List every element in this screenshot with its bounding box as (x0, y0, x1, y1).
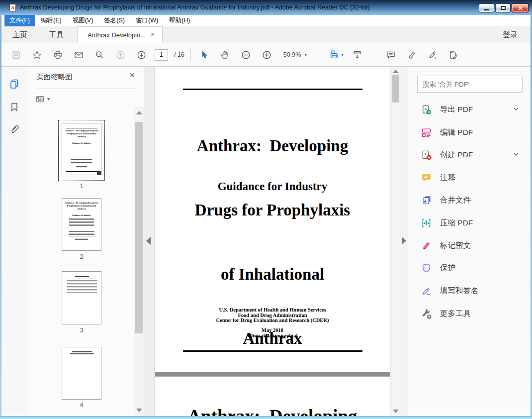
highlight-tool-button[interactable] (404, 47, 419, 63)
tool-label: 填写和签名 (440, 286, 479, 296)
scrolling-mode-icon (352, 50, 362, 60)
bookmarks-rail-button[interactable] (8, 101, 21, 114)
tools-panel: 导出 PDF 编辑 PDF 创建 PDF 注释 合并文件 压缩 PDF 标记密文 (408, 67, 531, 416)
tool-more-tools[interactable]: 更多工具 (408, 303, 531, 324)
comment-tool-button[interactable] (383, 47, 398, 63)
paperclip-icon (8, 123, 20, 135)
scrolling-mode-button[interactable] (350, 47, 364, 63)
tool-edit-pdf[interactable]: 编辑 PDF (408, 121, 531, 143)
scroll-down-icon[interactable] (136, 409, 142, 412)
search-icon (94, 50, 105, 60)
print-icon (53, 50, 63, 60)
menu-window[interactable]: 窗口(W) (131, 15, 163, 26)
find-button[interactable] (92, 47, 107, 63)
menu-sign[interactable]: 签名(S) (99, 15, 130, 26)
menu-help[interactable]: 帮助(H) (164, 15, 195, 26)
fill-sign-pen-icon (421, 285, 432, 297)
document-scrollbar[interactable] (391, 67, 400, 416)
thumbnail-page-1[interactable]: Anthrax: Developing Drugs for Prophylaxi… (62, 123, 101, 175)
chevron-down-icon[interactable] (512, 105, 520, 113)
document-scrollbar-thumb[interactable] (392, 75, 399, 103)
thumbnails-scrollbar[interactable] (134, 107, 144, 416)
panel-close-icon[interactable]: × (127, 70, 137, 80)
next-page-button[interactable] (134, 47, 149, 63)
stamp-tool-button[interactable] (446, 47, 461, 63)
document-canvas[interactable]: Anthrax: Developing Drugs for Prophylaxi… (144, 67, 400, 416)
thumbnail-3-number: 3 (62, 326, 101, 334)
combine-files-icon (421, 195, 432, 206)
doc-org-line-3: Center for Drug Evaluation and Research … (160, 318, 385, 323)
save-button[interactable] (8, 47, 23, 63)
hand-icon (220, 50, 230, 60)
tool-comment[interactable]: 注释 (408, 167, 531, 189)
email-button[interactable] (71, 47, 86, 63)
menu-bar: 文件(F) 编辑(E) 视图(V) 签名(S) 窗口(W) 帮助(H) (1, 15, 531, 26)
pdf-page-1[interactable]: Anthrax: Developing Drugs for Prophylaxi… (155, 67, 390, 372)
thumbnail-options-button[interactable]: ▾ (35, 93, 55, 105)
tab-tools[interactable]: 工具 (49, 26, 64, 43)
search-input[interactable] (417, 76, 523, 93)
tool-export-pdf[interactable]: 导出 PDF (408, 99, 531, 120)
maximize-button[interactable] (495, 3, 511, 12)
zoom-level-value: 50.9% (283, 51, 301, 58)
title-bar: A Anthrax Developing Drugs for Prophylax… (0, 0, 532, 15)
tab-home[interactable]: 主页 (12, 26, 27, 43)
previous-page-button[interactable] (113, 47, 128, 63)
navigation-rail (1, 67, 27, 416)
menu-file[interactable]: 文件(F) (4, 15, 35, 26)
zoom-out-button[interactable] (239, 47, 254, 63)
tool-create-pdf[interactable]: 创建 PDF (408, 144, 531, 166)
zoom-level-dropdown[interactable]: 50.9% ▾ (280, 49, 310, 60)
print-button[interactable] (50, 47, 65, 63)
right-panel-strip (400, 67, 408, 416)
thumbnails-scrollbar-thumb[interactable] (135, 122, 143, 333)
tool-compress-pdf[interactable]: 压缩 PDF (408, 212, 531, 234)
doc-title-line-1: Anthrax: Developing (160, 135, 385, 157)
fit-width-icon (329, 49, 340, 60)
tool-label: 导出 PDF (440, 105, 473, 115)
login-button[interactable]: 登录 (503, 26, 518, 43)
window-border-left (0, 15, 1, 416)
expand-right-panel-icon[interactable] (402, 237, 406, 245)
document-tab-close-icon[interactable]: × (148, 30, 157, 39)
zoom-in-button[interactable] (260, 47, 274, 63)
thumbnail-resize-handle[interactable] (97, 171, 101, 175)
page1-top-rule (183, 89, 362, 90)
envelope-icon (74, 50, 84, 60)
chevron-down-icon[interactable] (512, 150, 520, 158)
thumbnail-1-number: 1 (62, 182, 101, 190)
tool-fill-sign[interactable]: 填写和签名 (408, 280, 531, 302)
page-separator (155, 372, 390, 377)
hand-tool-button[interactable] (218, 47, 233, 63)
fit-width-dropdown[interactable]: ▾ (329, 49, 344, 60)
doc-scroll-up-icon[interactable] (393, 70, 399, 73)
doc-scroll-down-icon[interactable] (393, 410, 399, 413)
tool-protect[interactable]: 保护 (408, 257, 531, 279)
scroll-up-icon[interactable] (136, 111, 142, 114)
page-count-label: / 16 (174, 51, 184, 58)
sign-tool-button[interactable] (425, 47, 440, 63)
thumbnail-page-4[interactable] (62, 347, 101, 400)
tool-redact[interactable]: 标记密文 (408, 234, 531, 256)
compress-pdf-icon (421, 217, 432, 229)
thumbnail-page-2[interactable]: Anthrax: Developing Drugs for Prophylaxi… (62, 198, 101, 251)
thumbnail-page-3[interactable] (62, 271, 101, 324)
menu-edit[interactable]: 编辑(E) (36, 15, 67, 26)
page-number-input[interactable]: 1 (155, 49, 168, 61)
thumbnail-4-number: 4 (62, 401, 101, 409)
pdf-page-2[interactable]: Anthrax: Developing (155, 377, 390, 416)
pointer-cursor-icon (199, 50, 209, 60)
page-thumbnails-rail-button[interactable] (8, 78, 21, 91)
attachments-rail-button[interactable] (8, 123, 21, 136)
bookmark-icon (8, 101, 20, 113)
tool-combine-files[interactable]: 合并文件 (408, 189, 531, 211)
tab-document[interactable]: Anthrax Developin... × (77, 26, 163, 43)
minus-circle-icon (241, 50, 251, 60)
collapse-left-panel-icon[interactable] (146, 237, 151, 245)
menu-view[interactable]: 视图(V) (68, 15, 98, 26)
select-tool-button[interactable] (197, 47, 212, 63)
export-pdf-icon (421, 104, 432, 115)
favorites-button[interactable] (29, 47, 44, 63)
minimize-button[interactable] (479, 3, 494, 12)
close-button[interactable] (512, 3, 529, 12)
